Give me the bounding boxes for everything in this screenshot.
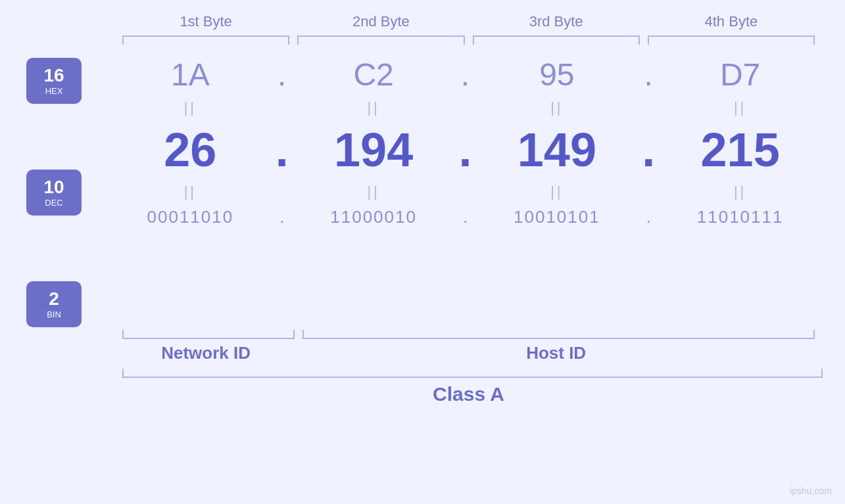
hex-value-4: D7 bbox=[720, 57, 760, 92]
dec-value-4: 215 bbox=[701, 124, 780, 176]
bin-cell-2: 11000010 bbox=[295, 207, 452, 227]
hex-base-label: HEX bbox=[45, 86, 63, 96]
bin-dot-2: . bbox=[452, 207, 479, 227]
hex-cell-4: D7 bbox=[662, 57, 819, 93]
dec-dot-3: . bbox=[635, 123, 662, 177]
main-grid: 16 HEX 10 DEC 2 BIN 1A . bbox=[26, 51, 819, 327]
bottom-labels: Network ID Host ID bbox=[118, 343, 819, 363]
values-area: 1A . C2 . 95 . D7 bbox=[112, 51, 819, 327]
dec-badge: 10 DEC bbox=[26, 170, 82, 216]
class-section: Class A bbox=[26, 369, 819, 405]
class-label-row: Class A bbox=[118, 383, 819, 405]
eq1-4: || bbox=[662, 99, 819, 116]
hex-value-2: C2 bbox=[353, 57, 393, 92]
bin-cell-3: 10010101 bbox=[479, 207, 636, 227]
bin-value-4: 11010111 bbox=[697, 207, 784, 227]
hex-value-1: 1A bbox=[171, 57, 210, 92]
hex-value-3: 95 bbox=[539, 57, 574, 92]
dec-cell-1: 26 bbox=[112, 123, 269, 177]
bin-dot-1: . bbox=[269, 207, 295, 227]
equals-row-2: || || || || bbox=[112, 182, 819, 202]
eq1-2: || bbox=[295, 99, 452, 116]
dec-base-label: DEC bbox=[45, 198, 62, 208]
dec-dot-2: . bbox=[452, 123, 479, 177]
hex-base-num: 16 bbox=[43, 66, 64, 86]
dec-cell-3: 149 bbox=[479, 123, 636, 177]
host-id-label: Host ID bbox=[293, 343, 819, 363]
bin-dot-3: . bbox=[635, 207, 662, 227]
hex-dot-1: . bbox=[269, 57, 295, 93]
eq2-2: || bbox=[295, 183, 452, 200]
dec-dot-1: . bbox=[269, 123, 295, 177]
bin-row: 00011010 . 11000010 . 10010101 . bbox=[112, 202, 819, 233]
dec-value-1: 26 bbox=[164, 124, 216, 176]
bin-base-label: BIN bbox=[47, 309, 61, 319]
eq1-1: || bbox=[112, 99, 269, 116]
watermark: ipshu.com bbox=[790, 486, 832, 496]
top-bracket-1 bbox=[122, 35, 289, 45]
class-bracket bbox=[122, 369, 823, 378]
byte-header-2: 2nd Byte bbox=[293, 13, 468, 35]
class-label: Class A bbox=[433, 383, 504, 405]
hex-cell-1: 1A bbox=[112, 57, 269, 93]
dec-base-num: 10 bbox=[43, 177, 64, 198]
host-id-bracket bbox=[302, 330, 815, 339]
bin-badge: 2 BIN bbox=[26, 281, 82, 327]
byte-header-1: 1st Byte bbox=[118, 13, 293, 35]
dec-cell-4: 215 bbox=[662, 123, 819, 177]
bin-cell-4: 11010111 bbox=[662, 207, 819, 227]
top-bracket-4 bbox=[648, 35, 815, 45]
bin-base-num: 2 bbox=[49, 289, 59, 309]
network-id-bracket bbox=[122, 330, 295, 339]
bin-value-1: 00011010 bbox=[147, 207, 234, 227]
byte-header-4: 4th Byte bbox=[644, 13, 819, 35]
hex-cell-3: 95 bbox=[479, 57, 636, 93]
dec-value-2: 194 bbox=[334, 124, 413, 176]
bin-value-3: 10010101 bbox=[514, 207, 600, 227]
hex-badge: 16 HEX bbox=[26, 58, 82, 104]
byte-headers: 1st Byte 2nd Byte 3rd Byte 4th Byte bbox=[26, 13, 819, 35]
eq1-3: || bbox=[479, 99, 636, 116]
dec-cell-2: 194 bbox=[295, 123, 452, 177]
equals-row-1: || || || || bbox=[112, 98, 819, 118]
top-bracket-3 bbox=[473, 35, 640, 45]
hex-row: 1A . C2 . 95 . D7 bbox=[112, 51, 819, 98]
hex-dot-2: . bbox=[452, 57, 479, 93]
dec-value-3: 149 bbox=[518, 124, 596, 176]
base-labels-column: 16 HEX 10 DEC 2 BIN bbox=[26, 51, 112, 327]
bin-value-2: 11000010 bbox=[330, 207, 417, 227]
eq2-3: || bbox=[479, 183, 636, 200]
bottom-brackets-section: Network ID Host ID bbox=[26, 330, 819, 363]
top-brackets bbox=[26, 35, 819, 45]
dec-row: 26 . 194 . 149 . 215 bbox=[112, 118, 819, 182]
byte-header-3: 3rd Byte bbox=[469, 13, 644, 35]
bin-cell-1: 00011010 bbox=[112, 207, 269, 227]
eq2-1: || bbox=[112, 183, 269, 200]
hex-cell-2: C2 bbox=[295, 57, 452, 93]
hex-dot-3: . bbox=[635, 57, 662, 93]
eq2-4: || bbox=[662, 183, 819, 200]
top-bracket-2 bbox=[297, 35, 464, 45]
bottom-brackets bbox=[118, 330, 819, 339]
network-id-label: Network ID bbox=[118, 343, 293, 363]
